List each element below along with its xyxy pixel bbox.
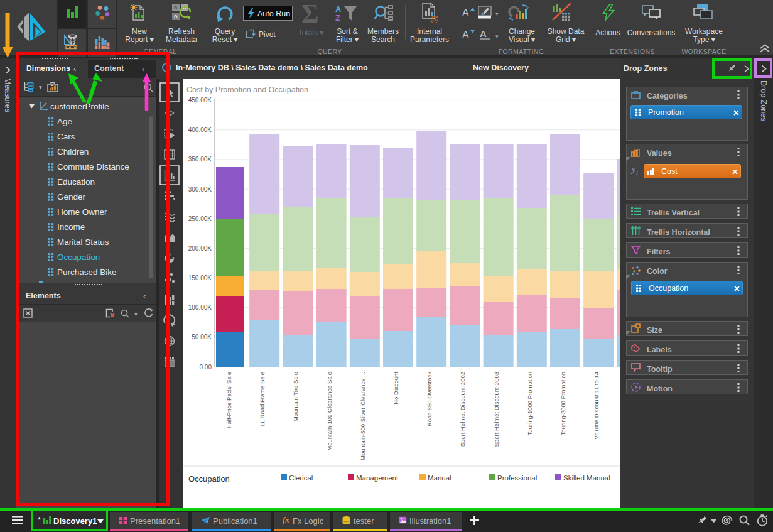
svg-text:100.00K: 100.00K xyxy=(188,304,212,311)
svg-text:Mountain-100 Clearance Sale: Mountain-100 Clearance Sale xyxy=(326,372,333,451)
svg-text:Occupation: Occupation xyxy=(188,474,230,484)
svg-text:Sport Helmet Discount-2003: Sport Helmet Discount-2003 xyxy=(493,372,500,447)
svg-text:Sport Helmet Discount-2002: Sport Helmet Discount-2002 xyxy=(459,372,466,447)
svg-text:Half-Price Pedal Sale: Half-Price Pedal Sale xyxy=(225,372,232,428)
svg-text:Touring-3000 Promotion: Touring-3000 Promotion xyxy=(559,372,566,435)
svg-text:c: c xyxy=(174,4,177,11)
svg-text:A: A xyxy=(480,28,487,39)
svg-text:No Discount: No Discount xyxy=(392,372,399,404)
svg-text:Road-650 Overstock: Road-650 Overstock xyxy=(426,372,433,426)
svg-text:250.00K: 250.00K xyxy=(188,215,212,222)
svg-text:350.00K: 350.00K xyxy=(188,156,212,163)
svg-text:Volume Discount 11 to 14: Volume Discount 11 to 14 xyxy=(593,372,600,440)
svg-text:Mountain-500 Silver Clearance: Mountain-500 Silver Clearance ... xyxy=(359,372,366,460)
svg-text:Z: Z xyxy=(335,13,340,23)
svg-text:50.00K: 50.00K xyxy=(192,334,212,340)
svg-text:A: A xyxy=(462,30,469,40)
svg-text:Skilled Manual: Skilled Manual xyxy=(563,474,610,482)
svg-text:A: A xyxy=(335,4,342,14)
svg-text:300.00K: 300.00K xyxy=(188,186,212,193)
svg-text:Touring-1000 Promotion: Touring-1000 Promotion xyxy=(526,372,533,435)
svg-text:150.00K: 150.00K xyxy=(188,274,212,281)
svg-text:0.00: 0.00 xyxy=(200,364,212,371)
svg-text:Management: Management xyxy=(356,474,399,482)
svg-text:200.00K: 200.00K xyxy=(188,245,212,252)
svg-text:400.00K: 400.00K xyxy=(188,126,212,133)
svg-text:Manual: Manual xyxy=(428,474,451,482)
svg-text:o: o xyxy=(174,13,178,19)
svg-text:A: A xyxy=(462,8,469,18)
svg-text:Clerical: Clerical xyxy=(289,474,313,482)
svg-text:Professional: Professional xyxy=(497,474,537,482)
svg-text:@: @ xyxy=(430,14,439,24)
svg-text:Mountain Tire Sale: Mountain Tire Sale xyxy=(292,372,299,421)
svg-text:LL Road Frame Sale: LL Road Frame Sale xyxy=(259,372,266,426)
svg-text:450.00K: 450.00K xyxy=(188,97,212,104)
svg-text:Cost by Promotion and Occupati: Cost by Promotion and Occupation xyxy=(186,85,308,94)
